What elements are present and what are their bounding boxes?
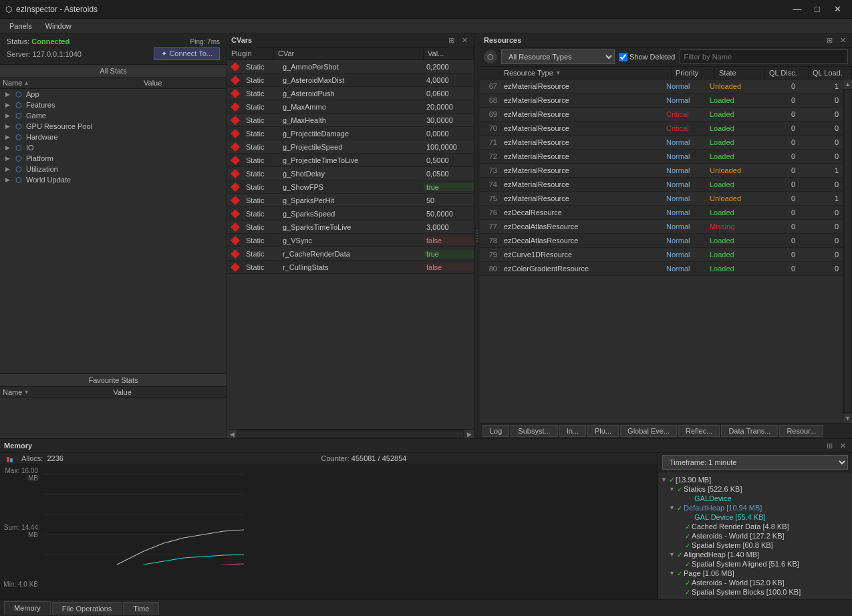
cvar-row[interactable]: Static g_SparksPerHit 50 (227, 194, 474, 207)
memory-tree-item[interactable]: ▼ ✓ Statics [522.6 KB] (658, 484, 852, 494)
cvar-row[interactable]: Static g_ProjectileSpeed 100,0000 (227, 140, 474, 154)
resource-row[interactable]: 75 ezMaterialResource Normal Unloaded 0 … (480, 192, 843, 206)
memory-item-label: Page [1.06 MB] (684, 569, 734, 577)
cvar-row[interactable]: Static g_AsteroidMaxDist 4,0000 (227, 73, 474, 87)
memory-tree-item[interactable]: GAL Device [55.4 KB] (658, 512, 852, 522)
bottom-tab-time[interactable]: Time (123, 602, 159, 615)
memory-tree-item[interactable]: ▼ ✓ AlignedHeap [1.40 MB] (658, 550, 852, 559)
scroll-left[interactable]: ◀ (227, 430, 237, 439)
tree-item-game[interactable]: ▶ ⬡ Game (0, 110, 227, 121)
cvar-row[interactable]: Static r_CacheRenderData true (227, 247, 474, 261)
cvar-row[interactable]: Static g_VSync false (227, 234, 474, 247)
res-scroll-down[interactable]: ▼ (843, 414, 853, 423)
tree-expand-icon: ▼ (669, 551, 677, 558)
tree-item-app[interactable]: ▶ ⬡ App (0, 89, 227, 100)
cvar-row[interactable]: Static g_ProjectileDamage 0,0000 (227, 127, 474, 140)
resource-row[interactable]: 70 ezMaterialResource Critical Loaded 0 … (480, 122, 843, 136)
memory-tree-item[interactable]: GALDevice (658, 494, 852, 503)
cvar-row[interactable]: Static r_CullingStats false (227, 261, 474, 274)
resource-tab-in-[interactable]: In... (559, 425, 586, 437)
resource-row[interactable]: 78 ezDecalAtlasResource Normal Loaded 0 … (480, 234, 843, 248)
cvars-float-btn[interactable]: ⊞ (446, 35, 456, 45)
res-row-qll: 0 (799, 222, 843, 230)
stats-tree[interactable]: ▶ ⬡ App ▶ ⬡ Features ▶ ⬡ Game ▶ ⬡ GPU Re… (0, 89, 227, 373)
cvars-list[interactable]: Static g_AmmoPerShot 0,2000 Static g_Ast… (227, 60, 474, 429)
memory-tree-item[interactable]: ✓ Spatial System Blocks [100.0 KB] (658, 587, 852, 597)
tree-item-platform[interactable]: ▶ ⬡ Platform (0, 153, 227, 164)
resources-list[interactable]: 67 ezMaterialResource Normal Unloaded 0 … (480, 80, 843, 423)
resource-row[interactable]: 73 ezMaterialResource Normal Unloaded 0 … (480, 164, 843, 178)
close-button[interactable]: ✕ (828, 2, 847, 17)
tree-item-world-update[interactable]: ▶ ⬡ World Update (0, 174, 227, 185)
res-scroll-up[interactable]: ▲ (843, 80, 853, 89)
tree-arrow: ▶ (5, 112, 13, 119)
resource-row[interactable]: 68 ezMaterialResource Normal Loaded 0 0 (480, 94, 843, 108)
cvar-row[interactable]: Static g_AsteroidPush 0,0600 (227, 87, 474, 100)
window-title: ezInspector - Asteroids (16, 5, 784, 14)
resource-row[interactable]: 76 ezDecalResource Normal Loaded 0 0 (480, 206, 843, 220)
bottom-tab-memory[interactable]: Memory (4, 601, 51, 615)
main-layout: Status: Connected Ping: 7ms Server: 127.… (0, 33, 852, 616)
cvar-plugin: Static (243, 237, 280, 245)
memory-tree-item[interactable]: ✓ Asteroids - World [152.0 KB] (658, 578, 852, 587)
resources-float-btn[interactable]: ⊞ (824, 35, 835, 45)
tree-item-features[interactable]: ▶ ⬡ Features (0, 100, 227, 110)
cvar-icon (227, 144, 243, 150)
memory-close-btn[interactable]: ✕ (837, 441, 848, 450)
tree-item-utilization[interactable]: ▶ ⬡ Utilization (0, 164, 227, 174)
tree-item-hardware[interactable]: ▶ ⬡ Hardware (0, 132, 227, 142)
bottom-tab-file-operations[interactable]: File Operations (52, 602, 122, 615)
menu-panels[interactable]: Panels (4, 21, 37, 31)
resource-row[interactable]: 67 ezMaterialResource Normal Unloaded 0 … (480, 80, 843, 94)
resource-tab-data-trans-[interactable]: Data Trans... (721, 425, 778, 437)
memory-tree[interactable]: ▼ ✓ [13.90 MB] ▼ ✓ Statics [522.6 KB] GA… (658, 472, 852, 599)
minimize-button[interactable]: — (788, 2, 807, 17)
connect-button[interactable]: ✦ Connect To... (154, 47, 220, 60)
tree-item-gpu-resource-pool[interactable]: ▶ ⬡ GPU Resource Pool (0, 121, 227, 132)
menu-window[interactable]: Window (40, 21, 77, 31)
memory-float-btn[interactable]: ⊞ (824, 441, 835, 450)
memory-item-label: Statics [522.6 KB] (684, 485, 742, 493)
memory-tree-item[interactable]: ✓ Asteroids - World [127.2 KB] (658, 531, 852, 541)
cvar-row[interactable]: Static g_ShotDelay 0,0500 (227, 167, 474, 180)
resource-row[interactable]: 72 ezMaterialResource Normal Loaded 0 0 (480, 150, 843, 164)
cvar-row[interactable]: Static g_AmmoPerShot 0,2000 (227, 60, 474, 73)
resource-row[interactable]: 74 ezMaterialResource Normal Loaded 0 0 (480, 178, 843, 192)
memory-tree-item[interactable]: ✓ Cached Render Data [4.8 KB] (658, 522, 852, 531)
check-icon: ✓ (677, 551, 682, 559)
drag-handle-1[interactable] (474, 33, 480, 438)
resource-tab-subsyst-[interactable]: Subsyst... (511, 425, 557, 437)
maximize-button[interactable]: □ (808, 2, 827, 17)
show-deleted-checkbox[interactable] (619, 53, 627, 61)
resource-row[interactable]: 79 ezCurve1DResource Normal Loaded 0 0 (480, 248, 843, 262)
resource-filter-input[interactable] (680, 49, 849, 64)
cvar-row[interactable]: Static g_ProjectileTimeToLive 0,5000 (227, 154, 474, 167)
resource-tab-log[interactable]: Log (482, 425, 509, 437)
resource-row[interactable]: 69 ezMaterialResource Critical Loaded 0 … (480, 108, 843, 122)
resource-type-select[interactable]: All Resource Types (501, 49, 615, 64)
resource-row[interactable]: 80 ezColorGradientResource Normal Loaded… (480, 262, 843, 276)
memory-tree-item[interactable]: ▼ ✓ DefaultHeap [10.94 MB] (658, 503, 852, 512)
memory-tree-item[interactable]: ▼ ✓ Page [1.06 MB] (658, 569, 852, 578)
cvar-row[interactable]: Static g_MaxHealth 30,0000 (227, 114, 474, 127)
timeframe-select[interactable]: Timeframe: 1 minute (662, 455, 848, 470)
resource-row[interactable]: 77 ezDecalAtlasResource Normal Missing 0… (480, 220, 843, 234)
memory-tree-item[interactable]: ▼ ✓ [13.90 MB] (658, 475, 852, 484)
scroll-right[interactable]: ▶ (464, 430, 474, 439)
resources-close-btn[interactable]: ✕ (837, 35, 848, 45)
cvar-row[interactable]: Static g_MaxAmmo 20,0000 (227, 100, 474, 114)
cvar-row[interactable]: Static g_SparksSpeed 50,0000 (227, 207, 474, 220)
memory-tree-item[interactable]: ✓ Spatial System [60.8 KB] (658, 541, 852, 550)
resource-row[interactable]: 71 ezMaterialResource Normal Loaded 0 0 (480, 136, 843, 150)
cvar-row[interactable]: Static g_ShowFPS true (227, 180, 474, 194)
resources-title: Resources (484, 36, 521, 44)
resource-tab-resour-[interactable]: Resour... (779, 425, 823, 437)
cvar-row[interactable]: Static g_SparksTimeToLive 3,0000 (227, 220, 474, 234)
memory-tree-item[interactable]: ✓ Spatial System Aligned [51.6 KB] (658, 559, 852, 569)
resource-tab-global-eve-[interactable]: Global Eve... (620, 425, 677, 437)
resource-tab-reflec-[interactable]: Reflec... (678, 425, 720, 437)
res-row-priority: Normal (662, 138, 706, 146)
resource-tab-plu-[interactable]: Plu... (587, 425, 619, 437)
tree-item-io[interactable]: ▶ ⬡ IO (0, 142, 227, 153)
cvars-close-btn[interactable]: ✕ (459, 35, 470, 45)
